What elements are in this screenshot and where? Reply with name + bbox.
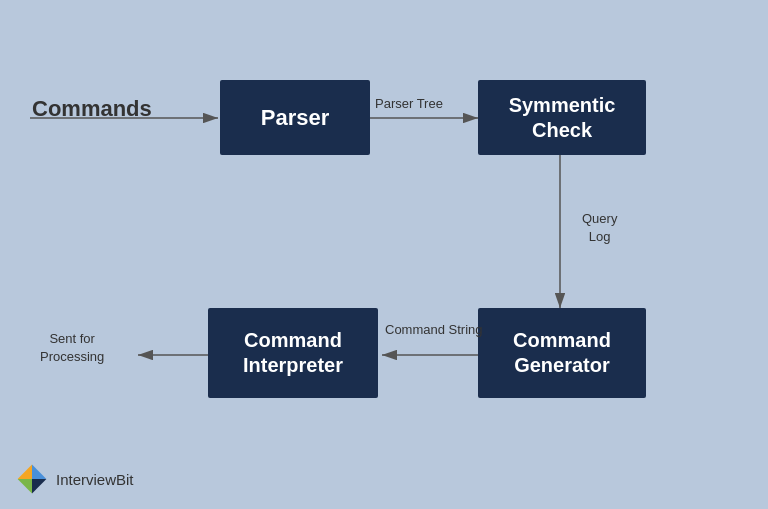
- symmentic-check-box: Symmentic Check: [478, 80, 646, 155]
- query-log-label: QueryLog: [582, 210, 617, 246]
- svg-marker-1: [18, 465, 32, 479]
- logo-area: InterviewBit: [16, 463, 134, 495]
- command-string-label: Command String: [385, 322, 483, 337]
- command-interpreter-box: Command Interpreter: [208, 308, 378, 398]
- arrows-svg: [0, 0, 768, 509]
- diagram-container: Commands Parser Parser Tree Symmentic Ch…: [0, 0, 768, 509]
- svg-marker-2: [32, 465, 46, 479]
- parser-tree-label: Parser Tree: [375, 96, 443, 111]
- command-generator-box: Command Generator: [478, 308, 646, 398]
- interviewbit-logo-text: InterviewBit: [56, 471, 134, 488]
- svg-marker-4: [32, 479, 46, 493]
- sent-for-processing-label: Sent forProcessing: [40, 330, 104, 366]
- svg-marker-3: [18, 479, 32, 493]
- commands-label: Commands: [32, 96, 152, 122]
- interviewbit-logo-icon: [16, 463, 48, 495]
- parser-box: Parser: [220, 80, 370, 155]
